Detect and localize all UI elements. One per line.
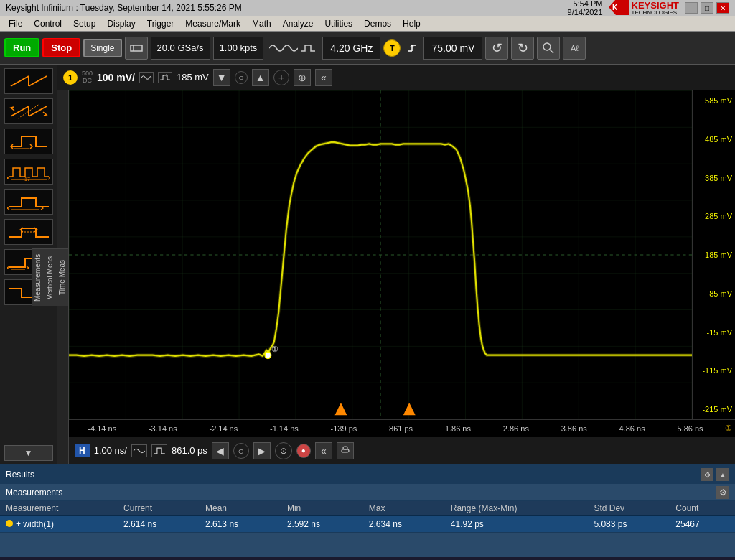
trigger-level-display[interactable]: 75.00 mV xyxy=(423,37,482,60)
time-info: 5:54 PM 9/14/2021 xyxy=(568,0,603,17)
close-button[interactable]: ✕ xyxy=(716,2,729,14)
svg-point-29 xyxy=(265,352,271,358)
menu-file[interactable]: File xyxy=(3,16,28,32)
menu-measure-mark[interactable]: Measure/Mark xyxy=(179,16,246,32)
results-settings-btn[interactable]: ⚙ xyxy=(701,468,713,481)
th-mean: Mean xyxy=(200,501,281,516)
channel1-circle-btn[interactable]: ○ xyxy=(235,71,248,84)
channel1-down-btn[interactable]: ▼ xyxy=(213,69,230,86)
h-wave-btn1[interactable] xyxy=(131,444,147,457)
autoset-button[interactable] xyxy=(125,37,148,60)
x-label-9: 3.86 ns xyxy=(561,424,587,433)
h-center-btn[interactable]: ○ xyxy=(233,443,249,459)
logo-text: KEYSIGHT xyxy=(632,1,679,10)
h-lock-btn[interactable]: ⊙ xyxy=(275,442,292,459)
frequency-display[interactable]: 4.20 GHz xyxy=(322,37,380,60)
menu-utilities[interactable]: Utilities xyxy=(319,16,358,32)
waveform-multi-pulse-icon[interactable]: 17 xyxy=(4,159,53,185)
menu-trigger[interactable]: Trigger xyxy=(141,16,180,32)
ch1-wave-btn1[interactable] xyxy=(139,72,154,83)
main-area: 17 xyxy=(0,65,735,464)
waveform-ramp-arrows-icon[interactable] xyxy=(4,98,53,124)
search-button[interactable] xyxy=(537,37,560,60)
menu-demos[interactable]: Demos xyxy=(358,16,397,32)
run-button[interactable]: Run xyxy=(4,38,39,57)
channel1-up-btn[interactable]: ▲ xyxy=(252,69,269,86)
channel1-collapse-btn[interactable]: « xyxy=(315,69,332,86)
y-label-85: 85 mV xyxy=(696,289,732,298)
stop-button[interactable]: Stop xyxy=(42,38,80,57)
menu-help[interactable]: Help xyxy=(397,16,426,32)
results-collapse-btn[interactable]: ▲ xyxy=(716,468,729,481)
measurements-side-tab[interactable]: Measurements xyxy=(32,248,44,306)
h-timebase-display[interactable]: 1.00 ns/ xyxy=(94,445,127,456)
toolbar: Run Stop Single 20.0 GSa/s 1.00 kpts 4.2… xyxy=(0,32,735,65)
mem-depth-display[interactable]: 1.00 kpts xyxy=(213,37,264,60)
measurements-settings-btn[interactable]: ⚙ xyxy=(716,486,729,499)
channel1-offset[interactable]: 185 mV xyxy=(177,72,209,83)
y-label-485: 485 mV xyxy=(696,135,732,144)
h-collapse-btn[interactable]: « xyxy=(315,442,332,459)
x-label-8: 2.86 ns xyxy=(503,424,529,433)
trigger-type-button[interactable]: T xyxy=(383,39,401,57)
h-delay-display[interactable]: 861.0 ps xyxy=(172,445,207,456)
menu-bar: File Control Setup Display Trigger Measu… xyxy=(0,16,735,32)
waveform-pulse-arrows2-icon[interactable] xyxy=(4,219,53,245)
cell-range: 41.92 ps xyxy=(445,516,589,533)
cell-mean: 2.613 ns xyxy=(200,516,281,533)
x-label-6: 861 ps xyxy=(389,424,413,433)
waveform-pulse-low-icon[interactable] xyxy=(4,129,53,154)
sample-rate-display[interactable]: 20.0 GSa/s xyxy=(151,37,210,60)
svg-line-12 xyxy=(11,106,29,116)
cell-count: 25467 xyxy=(670,516,735,533)
svg-rect-34 xyxy=(343,447,347,449)
waveform-ramp-icon[interactable] xyxy=(4,68,53,94)
th-max: Max xyxy=(363,501,445,516)
channel1-link-icon[interactable]: ⊕ xyxy=(294,69,311,86)
menu-setup[interactable]: Setup xyxy=(67,16,101,32)
waveform-sine-icon xyxy=(269,41,298,55)
menu-analyze[interactable]: Analyze xyxy=(277,16,319,32)
redo-button[interactable]: ↻ xyxy=(511,37,534,60)
minimize-button[interactable]: — xyxy=(685,2,698,14)
channel1-scale[interactable]: 100 mV/ xyxy=(97,72,135,83)
menu-control[interactable]: Control xyxy=(28,16,67,32)
menu-display[interactable]: Display xyxy=(101,16,141,32)
time-meas-tab[interactable]: Time Meas xyxy=(56,248,68,306)
x-axis-bar: -4.14 ns -3.14 ns -2.14 ns -1.14 ns -139… xyxy=(69,419,735,437)
vertical-meas-tab[interactable]: Vertical Meas xyxy=(44,248,56,306)
single-button[interactable]: Single xyxy=(83,39,121,57)
ch1-wave-btn2[interactable] xyxy=(158,72,172,83)
h-wave-btn2[interactable] xyxy=(151,444,167,457)
h-next-btn[interactable]: ▶ xyxy=(253,442,271,459)
sidebar-collapse-down[interactable]: ▼ xyxy=(4,445,53,461)
title-text: Keysight Infiniium : Tuesday, September … xyxy=(6,3,242,13)
table-row[interactable]: + width(1) 2.614 ns 2.613 ns 2.592 ns 2.… xyxy=(0,516,735,533)
h-prev-btn[interactable]: ◀ xyxy=(212,442,229,459)
x-label-2: -3.14 ns xyxy=(149,424,177,433)
logo-sub: TECHNOLOGIES xyxy=(632,10,679,16)
clock-date: 9/14/2021 xyxy=(568,8,603,17)
title-bar: Keysight Infiniium : Tuesday, September … xyxy=(0,0,735,16)
svg-point-7 xyxy=(543,43,551,50)
measurements-table: Measurement Current Mean Min Max Range (… xyxy=(0,501,735,533)
th-count: Count xyxy=(670,501,735,516)
x-label-4: -1.14 ns xyxy=(270,424,299,433)
clock-time: 5:54 PM xyxy=(568,0,603,8)
svg-line-9 xyxy=(11,76,29,86)
th-current: Current xyxy=(118,501,200,516)
th-range: Range (Max-Min) xyxy=(445,501,589,516)
channel1-header: 1 500DC 100 mV/ 185 mV ▼ ○ ▲ + ⊕ « xyxy=(57,65,735,90)
menu-math[interactable]: Math xyxy=(246,16,277,32)
svg-text:K: K xyxy=(612,4,618,11)
meas-icon-button[interactable]: Aℓ xyxy=(563,37,586,60)
maximize-button[interactable]: □ xyxy=(701,2,713,14)
waveform-single-pulse-icon[interactable] xyxy=(4,189,53,215)
results-title: Results xyxy=(6,470,34,480)
window-controls: — □ ✕ xyxy=(685,2,729,14)
h-chain-icon[interactable] xyxy=(337,442,354,459)
channel1-plus-btn[interactable]: + xyxy=(273,70,289,85)
h-dot-btn[interactable]: ● xyxy=(296,444,311,458)
x-label-11: 5.86 ns xyxy=(677,424,703,433)
undo-button[interactable]: ↺ xyxy=(485,37,508,60)
